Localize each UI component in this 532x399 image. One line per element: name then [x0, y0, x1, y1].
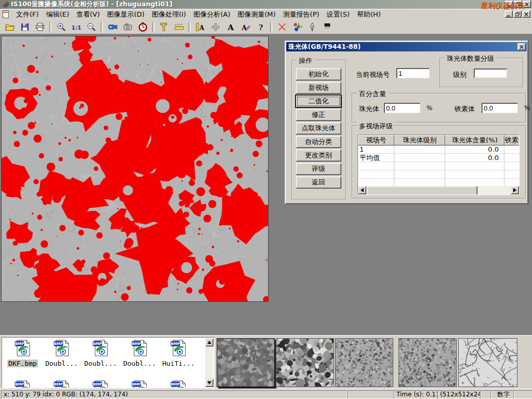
caliper-icon[interactable]: [157, 21, 171, 33]
file-item-dkf[interactable]: BMPDKF.bmp: [3, 339, 42, 367]
spline-erase-icon[interactable]: [275, 21, 289, 33]
op-button-binarize[interactable]: 二值化: [296, 95, 341, 108]
ruler-icon[interactable]: [172, 21, 186, 33]
file-item-partial[interactable]: BMP: [3, 380, 42, 388]
scroll-down-icon[interactable]: [205, 379, 214, 387]
table-header-ferrite-content[interactable]: 铁素体含量(%): [504, 135, 520, 145]
status-position: x: 510 y: 79 idx: 0 RGB: (174, 174, 174): [1, 390, 347, 399]
file-scrollbar-thumb[interactable]: [205, 347, 214, 367]
mdi-minimize-button[interactable]: [504, 10, 513, 18]
op-button-pick-pearlite[interactable]: 点取珠光体: [296, 122, 341, 135]
actual-size-icon[interactable]: 1:1: [69, 21, 83, 33]
menu-item-help[interactable]: 帮助(H): [353, 9, 384, 20]
text-label-icon[interactable]: A: [223, 21, 237, 33]
thumbnail-4[interactable]: [398, 338, 457, 387]
table-header-field-no[interactable]: 视场号: [358, 135, 394, 145]
menu-item-image-analysis[interactable]: 图像分析(A): [190, 9, 234, 20]
ferrite-unit-label: %: [524, 104, 530, 112]
table-row-4[interactable]: [358, 170, 519, 179]
menu-item-edit[interactable]: 编辑(E): [43, 9, 73, 20]
scroll-right-icon[interactable]: [511, 186, 519, 194]
table-header-pearlite-grade[interactable]: 珠光体级别: [394, 135, 445, 145]
thumbnail-1[interactable]: [217, 338, 275, 387]
file-item-doubl-3[interactable]: BMPDoubl...: [120, 339, 159, 367]
file-item-partial[interactable]: BMP: [81, 380, 120, 388]
measure-text-icon[interactable]: A: [193, 21, 207, 33]
menu-item-image-process[interactable]: 图像处理(I): [148, 9, 190, 20]
dialog-title-bar[interactable]: 珠光体(GB/T9441-88): [286, 42, 527, 51]
menu-item-file[interactable]: 文件(F): [12, 9, 43, 20]
scrollbar-thumb[interactable]: [366, 186, 477, 195]
op-button-init[interactable]: 初始化: [296, 68, 341, 81]
crosshair-icon[interactable]: [208, 21, 222, 33]
open-icon[interactable]: [3, 21, 17, 33]
table-header-pearlite-content[interactable]: 珠光体含量(%): [445, 135, 504, 145]
table-horizontal-scrollbar[interactable]: [358, 186, 519, 194]
capture-camera-icon[interactable]: [121, 21, 135, 33]
field-table[interactable]: 视场号珠光体级别珠光体含量(%)铁素体含量(%) 10.0平均值0.0: [357, 135, 520, 195]
op-button-auto-classify[interactable]: 自动分类: [296, 136, 341, 148]
toolbar-separator: [270, 22, 272, 32]
thumbnail-2[interactable]: [276, 338, 334, 387]
thumbnail-5[interactable]: [458, 338, 517, 387]
file-item-doubl-1[interactable]: BMPDoubl...: [42, 339, 81, 367]
pen-icon[interactable]: [305, 21, 319, 33]
file-row-partial: BMPBMPBMPBMPBMP: [3, 380, 198, 388]
table-row-3[interactable]: [358, 162, 519, 170]
table-row-2[interactable]: 平均值0.0: [358, 154, 519, 162]
file-item-partial[interactable]: BMP: [159, 380, 198, 388]
current-field-input[interactable]: [396, 68, 430, 78]
operations-group-label: 操作: [297, 56, 314, 65]
metallographic-image[interactable]: [1, 36, 269, 302]
menu-item-image-measure[interactable]: 图像测量(M): [234, 9, 279, 20]
help-icon[interactable]: ?: [254, 21, 268, 33]
ferrite-percent-input[interactable]: [482, 103, 518, 113]
color-count-icon[interactable]: 13: [290, 21, 304, 33]
scrollbar-track[interactable]: [366, 186, 511, 194]
thumbnail-3[interactable]: [335, 338, 393, 387]
pearlite-percent-input[interactable]: [384, 103, 420, 113]
dialog-close-icon[interactable]: [517, 43, 526, 50]
toolbar-separator: [101, 22, 103, 32]
svg-text:1: 1: [298, 22, 299, 25]
table-cell: [504, 162, 520, 170]
menu-item-measure-report[interactable]: 测量报告(P): [280, 9, 323, 20]
file-vertical-scrollbar[interactable]: [205, 338, 214, 387]
vendor-watermark: 星利仪器仪表: [481, 2, 525, 11]
save-icon[interactable]: [18, 21, 32, 33]
grade-field-label: 级别: [453, 70, 467, 79]
table-cell: [394, 145, 445, 154]
op-button-new-field[interactable]: 新视场: [296, 82, 341, 94]
scroll-left-icon[interactable]: [358, 186, 366, 194]
file-item-huiti[interactable]: BMPHuiTi...: [159, 339, 198, 367]
table-row-1[interactable]: 10.0: [358, 145, 519, 154]
zoom-out-icon[interactable]: [84, 21, 98, 33]
grade-input[interactable]: [474, 69, 507, 78]
op-button-grade[interactable]: 评级: [296, 163, 341, 175]
mdi-restore-button[interactable]: [513, 10, 522, 18]
bmp-file-icon: BMP: [14, 339, 32, 358]
bmp-file-icon: BMP: [53, 380, 71, 388]
brush-icon[interactable]: [320, 21, 334, 33]
op-button-correct[interactable]: 修正: [296, 109, 341, 121]
svg-text:BMP: BMP: [92, 382, 101, 387]
grade-group: 珠光体数量分级 级别: [440, 58, 524, 88]
op-button-return[interactable]: 返回: [296, 176, 341, 189]
menu-bar: DOC 文件(F)编辑(E)查看(V)图像显示(D)图像处理(I)图像分析(A)…: [0, 9, 532, 20]
scroll-up-icon[interactable]: [205, 338, 214, 347]
timer-clock-icon[interactable]: [136, 21, 150, 33]
menu-item-view[interactable]: 查看(V): [73, 9, 103, 20]
menu-item-image-display[interactable]: 图像显示(D): [103, 9, 148, 20]
menu-item-settings[interactable]: 设置(S): [323, 9, 353, 20]
mdi-close-button[interactable]: [522, 10, 530, 18]
bottom-panel: BMPDKF.bmpBMPDoubl...BMPDoubl...BMPDoubl…: [0, 335, 532, 389]
annotate-icon[interactable]: A: [238, 21, 252, 33]
op-button-change-class[interactable]: 更改类别: [296, 149, 341, 162]
print-icon[interactable]: [33, 21, 47, 33]
file-item-partial[interactable]: BMP: [42, 380, 81, 388]
file-item-doubl-2[interactable]: BMPDoubl...: [81, 339, 120, 367]
file-name: Doubl...: [83, 360, 118, 367]
file-item-partial[interactable]: BMP: [120, 380, 159, 388]
zoom-in-icon[interactable]: [54, 21, 68, 33]
video-camera-icon[interactable]: [105, 21, 119, 33]
